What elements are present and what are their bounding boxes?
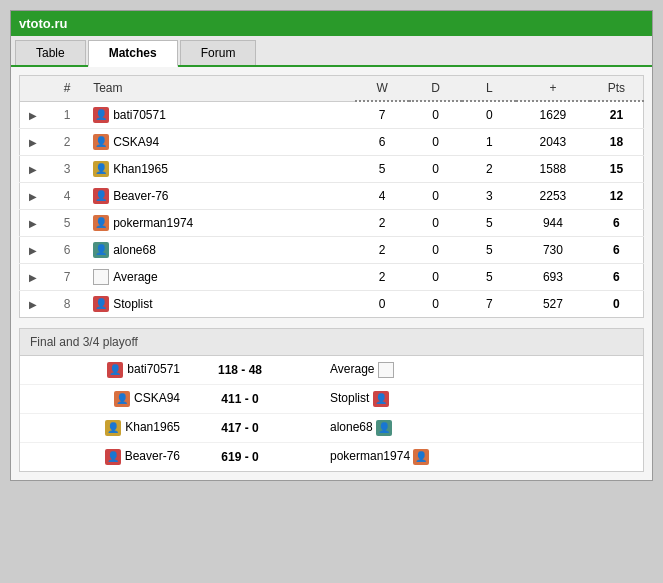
row-w: 2	[355, 236, 409, 263]
row-team[interactable]: 👤Khan1965	[87, 155, 355, 182]
row-position: 3	[47, 155, 87, 182]
playoff-header: Final and 3/4 playoff	[20, 329, 643, 356]
playoff-team1[interactable]: 👤CSKA94	[40, 384, 190, 413]
table-row: ▶ 7 Average 2 0 5 693 6	[20, 263, 644, 290]
title-bar: vtoto.ru	[11, 11, 652, 36]
col-plus: +	[516, 76, 590, 102]
row-l: 0	[462, 101, 516, 128]
row-l: 5	[462, 236, 516, 263]
col-team: Team	[87, 76, 355, 102]
expand-arrow[interactable]: ▶	[20, 209, 47, 236]
playoff-team2[interactable]: pokerman1974 👤	[320, 442, 613, 471]
col-num: #	[47, 76, 87, 102]
row-w: 2	[355, 263, 409, 290]
row-team[interactable]: 👤CSKA94	[87, 128, 355, 155]
expand-arrow[interactable]: ▶	[20, 236, 47, 263]
playoff-table: 👤bati70571 118 - 48 Average 👤CSKA94 411 …	[20, 356, 643, 471]
playoff-score: 417 - 0	[190, 413, 290, 442]
app-window: vtoto.ru Table Matches Forum # Team W D …	[10, 10, 653, 481]
expand-arrow[interactable]: ▶	[20, 128, 47, 155]
playoff-match-row: 👤Khan1965 417 - 0 alone68 👤	[20, 413, 643, 442]
playoff-match-row: 👤bati70571 118 - 48 Average	[20, 356, 643, 385]
row-team[interactable]: Average	[87, 263, 355, 290]
expand-arrow[interactable]: ▶	[20, 155, 47, 182]
row-pts: 18	[590, 128, 644, 155]
playoff-team1[interactable]: 👤bati70571	[40, 356, 190, 385]
row-plus: 730	[516, 236, 590, 263]
table-row: ▶ 1 👤bati70571 7 0 0 1629 21	[20, 101, 644, 128]
row-pts: 6	[590, 209, 644, 236]
expand-arrow[interactable]: ▶	[20, 182, 47, 209]
row-d: 0	[409, 101, 463, 128]
playoff-match-row: 👤Beaver-76 619 - 0 pokerman1974 👤	[20, 442, 643, 471]
playoff-score: 118 - 48	[190, 356, 290, 385]
expand-arrow[interactable]: ▶	[20, 263, 47, 290]
standings-table: # Team W D L + Pts ▶ 1 👤bati70571 7 0 0 …	[19, 75, 644, 318]
row-position: 5	[47, 209, 87, 236]
table-row: ▶ 8 👤Stoplist 0 0 7 527 0	[20, 290, 644, 317]
row-l: 5	[462, 263, 516, 290]
tab-matches[interactable]: Matches	[88, 40, 178, 67]
table-row: ▶ 6 👤alone68 2 0 5 730 6	[20, 236, 644, 263]
row-w: 7	[355, 101, 409, 128]
row-d: 0	[409, 182, 463, 209]
row-w: 6	[355, 128, 409, 155]
playoff-team2[interactable]: Average	[320, 356, 613, 385]
row-plus: 693	[516, 263, 590, 290]
row-d: 0	[409, 290, 463, 317]
row-team[interactable]: 👤Stoplist	[87, 290, 355, 317]
col-d: D	[409, 76, 463, 102]
row-team[interactable]: 👤pokerman1974	[87, 209, 355, 236]
row-d: 0	[409, 236, 463, 263]
row-plus: 2043	[516, 128, 590, 155]
row-position: 4	[47, 182, 87, 209]
playoff-team1[interactable]: 👤Beaver-76	[40, 442, 190, 471]
tab-bar: Table Matches Forum	[11, 36, 652, 67]
tab-table[interactable]: Table	[15, 40, 86, 65]
col-l: L	[462, 76, 516, 102]
playoff-score: 411 - 0	[190, 384, 290, 413]
row-d: 0	[409, 209, 463, 236]
expand-arrow[interactable]: ▶	[20, 290, 47, 317]
playoff-team2[interactable]: Stoplist 👤	[320, 384, 613, 413]
row-l: 2	[462, 155, 516, 182]
col-pts: Pts	[590, 76, 644, 102]
table-row: ▶ 5 👤pokerman1974 2 0 5 944 6	[20, 209, 644, 236]
playoff-team2[interactable]: alone68 👤	[320, 413, 613, 442]
tab-forum[interactable]: Forum	[180, 40, 257, 65]
playoff-team1[interactable]: 👤Khan1965	[40, 413, 190, 442]
expand-arrow[interactable]: ▶	[20, 101, 47, 128]
row-w: 4	[355, 182, 409, 209]
row-pts: 6	[590, 236, 644, 263]
row-l: 3	[462, 182, 516, 209]
row-team[interactable]: 👤alone68	[87, 236, 355, 263]
row-team[interactable]: 👤Beaver-76	[87, 182, 355, 209]
row-plus: 944	[516, 209, 590, 236]
row-position: 1	[47, 101, 87, 128]
table-row: ▶ 2 👤CSKA94 6 0 1 2043 18	[20, 128, 644, 155]
row-l: 5	[462, 209, 516, 236]
row-position: 2	[47, 128, 87, 155]
col-arrow	[20, 76, 47, 102]
playoff-match-row: 👤CSKA94 411 - 0 Stoplist 👤	[20, 384, 643, 413]
app-title: vtoto.ru	[19, 16, 67, 31]
row-w: 5	[355, 155, 409, 182]
row-position: 7	[47, 263, 87, 290]
row-l: 1	[462, 128, 516, 155]
playoff-section: Final and 3/4 playoff 👤bati70571 118 - 4…	[19, 328, 644, 472]
content-area: # Team W D L + Pts ▶ 1 👤bati70571 7 0 0 …	[11, 67, 652, 480]
row-plus: 527	[516, 290, 590, 317]
row-d: 0	[409, 128, 463, 155]
playoff-score: 619 - 0	[190, 442, 290, 471]
row-d: 0	[409, 263, 463, 290]
row-w: 2	[355, 209, 409, 236]
row-d: 0	[409, 155, 463, 182]
row-plus: 1588	[516, 155, 590, 182]
row-team[interactable]: 👤bati70571	[87, 101, 355, 128]
row-plus: 1629	[516, 101, 590, 128]
row-pts: 12	[590, 182, 644, 209]
row-pts: 6	[590, 263, 644, 290]
table-row: ▶ 3 👤Khan1965 5 0 2 1588 15	[20, 155, 644, 182]
col-w: W	[355, 76, 409, 102]
row-plus: 2253	[516, 182, 590, 209]
